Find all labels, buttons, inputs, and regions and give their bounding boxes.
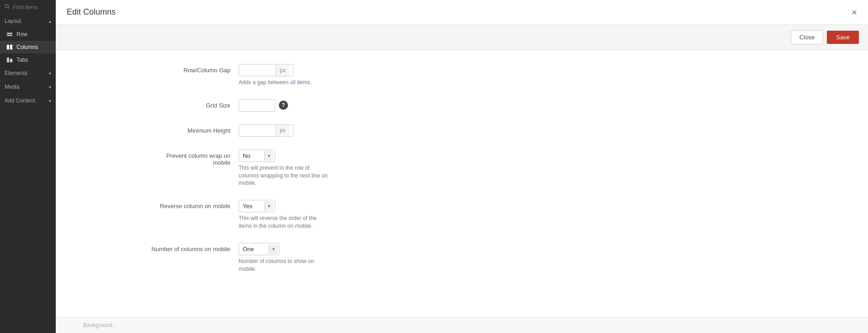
prevent-wrap-select-arrow: ▾ <box>264 151 273 161</box>
grid-size-help-icon[interactable]: ? <box>279 101 288 110</box>
minimum-height-row: Minimum Height px <box>147 124 841 137</box>
svg-rect-2 <box>7 33 12 34</box>
bottom-text: Background... <box>83 322 117 328</box>
sidebar-section-layout-label: Layout <box>5 18 21 24</box>
svg-rect-4 <box>7 45 9 50</box>
svg-rect-6 <box>7 59 9 62</box>
minimum-height-control: px <box>239 124 421 137</box>
svg-rect-7 <box>10 59 12 62</box>
sidebar-section-add-content[interactable]: Add Content <box>0 94 56 107</box>
sidebar-section-elements[interactable]: Elements <box>0 66 56 80</box>
sidebar-section-media[interactable]: Media <box>0 80 56 94</box>
close-x-button[interactable]: × <box>852 8 857 17</box>
grid-size-label: Grid Size <box>147 99 239 109</box>
close-button[interactable]: Close <box>791 30 823 44</box>
reverse-column-select-wrap: No Yes ▾ <box>239 200 275 212</box>
svg-line-1 <box>8 7 10 9</box>
add-content-chevron-icon <box>49 98 51 103</box>
grid-size-control: 12 ? <box>239 99 421 112</box>
prevent-wrap-control: No Yes ▾ This will prevent to the row of… <box>239 150 421 187</box>
tabs-icon <box>6 57 13 63</box>
minimum-height-suffix: px <box>276 125 289 136</box>
form-content: Row/Column Gap px Adds a gap between all… <box>56 50 868 317</box>
row-column-gap-help: Adds a gap between all items. <box>239 79 330 86</box>
num-columns-label: Number of columns on mobile <box>147 243 239 252</box>
prevent-wrap-row: Prevent column wrap on mobile No Yes ▾ T… <box>147 150 841 187</box>
row-column-gap-help-link: all <box>290 79 296 86</box>
sidebar-section-elements-label: Elements <box>5 70 27 76</box>
row-icon <box>6 31 13 38</box>
media-chevron-icon <box>49 85 51 90</box>
elements-chevron-icon <box>49 71 51 76</box>
num-columns-row: Number of columns on mobile One Two Thre… <box>147 243 841 273</box>
grid-size-input[interactable]: 12 <box>239 99 275 112</box>
sidebar-item-row[interactable]: Row <box>0 28 56 41</box>
layout-chevron-icon <box>49 18 51 24</box>
save-button[interactable]: Save <box>827 31 859 44</box>
svg-point-0 <box>5 5 9 8</box>
num-columns-select-wrap: One Two Three Four ▾ <box>239 243 280 255</box>
row-column-gap-label: Row/Column Gap <box>147 64 239 74</box>
row-column-gap-input-wrap: px <box>239 64 293 76</box>
reverse-column-label: Reverse column on mobile <box>147 200 239 209</box>
svg-rect-8 <box>7 58 9 59</box>
sidebar-item-columns-label: Columns <box>16 44 38 50</box>
sidebar: Layout Row Columns Tabs Elements Media A… <box>0 0 56 333</box>
grid-size-row: Grid Size 12 ? <box>147 99 841 112</box>
num-columns-select[interactable]: One Two Three Four <box>239 243 269 255</box>
row-column-gap-suffix: px <box>276 65 289 76</box>
reverse-column-control: No Yes ▾ This will reverse the order of … <box>239 200 421 230</box>
grid-size-wrap: 12 ? <box>239 99 421 112</box>
prevent-wrap-help: This will prevent to the row of columns … <box>239 164 330 187</box>
reverse-column-row: Reverse column on mobile No Yes ▾ This w… <box>147 200 841 230</box>
sidebar-search-container[interactable] <box>0 0 56 14</box>
prevent-wrap-select-wrap: No Yes ▾ <box>239 150 275 162</box>
num-columns-control: One Two Three Four ▾ Number of columns t… <box>239 243 421 273</box>
sidebar-item-row-label: Row <box>16 31 27 38</box>
minimum-height-input[interactable] <box>239 125 276 136</box>
row-column-gap-control: px Adds a gap between all items. <box>239 64 421 86</box>
sidebar-item-tabs[interactable]: Tabs <box>0 54 56 66</box>
minimum-height-input-wrap: px <box>239 124 293 137</box>
num-columns-select-arrow: ▾ <box>269 244 278 254</box>
sidebar-item-columns[interactable]: Columns <box>0 41 56 54</box>
bottom-section: Background... <box>56 317 868 333</box>
row-column-gap-row: Row/Column Gap px Adds a gap between all… <box>147 64 841 86</box>
search-icon <box>5 4 10 11</box>
modal-header: Edit Columns × <box>56 0 868 25</box>
toolbar: Close Save <box>56 25 868 50</box>
reverse-column-help: This will reverse the order of the items… <box>239 215 330 230</box>
svg-rect-3 <box>7 35 12 36</box>
modal-title: Edit Columns <box>67 7 116 17</box>
sidebar-section-media-label: Media <box>5 84 20 90</box>
main-panel: Edit Columns × Close Save Row/Column Gap… <box>56 0 868 333</box>
num-columns-help: Number of columns to show on mobile. <box>239 258 330 273</box>
sidebar-item-tabs-label: Tabs <box>16 57 28 63</box>
reverse-column-select-arrow: ▾ <box>264 201 273 211</box>
search-input[interactable] <box>13 4 51 11</box>
minimum-height-label: Minimum Height <box>147 124 239 134</box>
prevent-wrap-label: Prevent column wrap on mobile <box>147 150 239 166</box>
reverse-column-select[interactable]: No Yes <box>239 200 264 212</box>
columns-icon <box>6 44 13 50</box>
sidebar-section-layout[interactable]: Layout <box>0 14 56 28</box>
row-column-gap-input[interactable] <box>239 64 276 76</box>
sidebar-section-add-content-label: Add Content <box>5 97 35 104</box>
svg-rect-5 <box>10 45 12 50</box>
prevent-wrap-select[interactable]: No Yes <box>239 150 264 161</box>
